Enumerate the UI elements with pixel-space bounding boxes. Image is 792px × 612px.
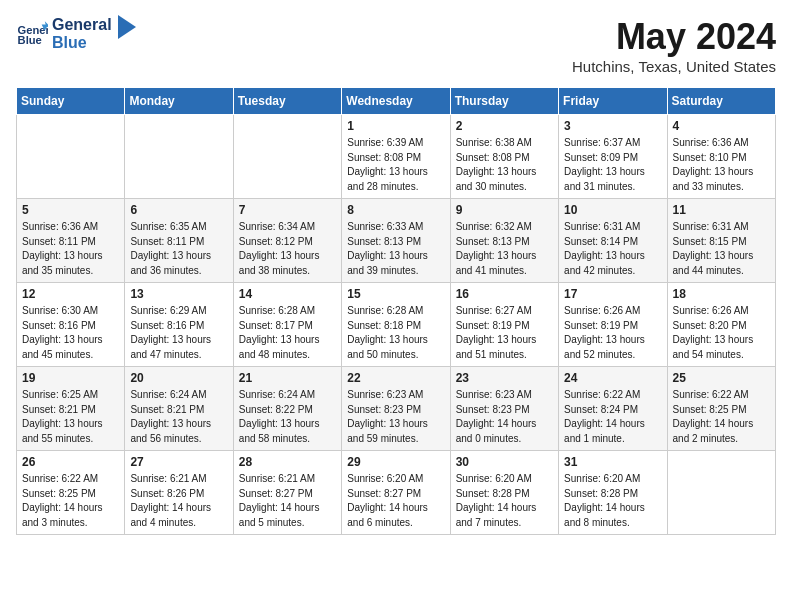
- day-info: Sunrise: 6:22 AM Sunset: 8:25 PM Dayligh…: [673, 388, 770, 446]
- calendar-cell: 18Sunrise: 6:26 AM Sunset: 8:20 PM Dayli…: [667, 283, 775, 367]
- calendar-cell: 12Sunrise: 6:30 AM Sunset: 8:16 PM Dayli…: [17, 283, 125, 367]
- calendar-cell: 7Sunrise: 6:34 AM Sunset: 8:12 PM Daylig…: [233, 199, 341, 283]
- calendar-cell: 8Sunrise: 6:33 AM Sunset: 8:13 PM Daylig…: [342, 199, 450, 283]
- day-number: 14: [239, 287, 336, 301]
- day-number: 19: [22, 371, 119, 385]
- day-info: Sunrise: 6:20 AM Sunset: 8:28 PM Dayligh…: [456, 472, 553, 530]
- col-header-friday: Friday: [559, 88, 667, 115]
- calendar-cell: 23Sunrise: 6:23 AM Sunset: 8:23 PM Dayli…: [450, 367, 558, 451]
- day-info: Sunrise: 6:22 AM Sunset: 8:25 PM Dayligh…: [22, 472, 119, 530]
- day-number: 1: [347, 119, 444, 133]
- day-info: Sunrise: 6:39 AM Sunset: 8:08 PM Dayligh…: [347, 136, 444, 194]
- calendar-cell: 2Sunrise: 6:38 AM Sunset: 8:08 PM Daylig…: [450, 115, 558, 199]
- calendar-cell: 21Sunrise: 6:24 AM Sunset: 8:22 PM Dayli…: [233, 367, 341, 451]
- logo-icon: General Blue: [16, 18, 48, 50]
- calendar-cell: 13Sunrise: 6:29 AM Sunset: 8:16 PM Dayli…: [125, 283, 233, 367]
- day-info: Sunrise: 6:26 AM Sunset: 8:19 PM Dayligh…: [564, 304, 661, 362]
- day-info: Sunrise: 6:30 AM Sunset: 8:16 PM Dayligh…: [22, 304, 119, 362]
- day-number: 10: [564, 203, 661, 217]
- calendar-cell: 6Sunrise: 6:35 AM Sunset: 8:11 PM Daylig…: [125, 199, 233, 283]
- day-number: 12: [22, 287, 119, 301]
- logo-blue: Blue: [52, 34, 112, 52]
- day-number: 23: [456, 371, 553, 385]
- day-info: Sunrise: 6:36 AM Sunset: 8:10 PM Dayligh…: [673, 136, 770, 194]
- logo-general: General: [52, 16, 112, 34]
- calendar-cell: 5Sunrise: 6:36 AM Sunset: 8:11 PM Daylig…: [17, 199, 125, 283]
- day-number: 11: [673, 203, 770, 217]
- calendar-cell: 14Sunrise: 6:28 AM Sunset: 8:17 PM Dayli…: [233, 283, 341, 367]
- day-number: 3: [564, 119, 661, 133]
- location-title: Hutchins, Texas, United States: [572, 58, 776, 75]
- calendar-cell: 26Sunrise: 6:22 AM Sunset: 8:25 PM Dayli…: [17, 451, 125, 535]
- day-number: 13: [130, 287, 227, 301]
- day-info: Sunrise: 6:29 AM Sunset: 8:16 PM Dayligh…: [130, 304, 227, 362]
- month-title: May 2024: [572, 16, 776, 58]
- day-info: Sunrise: 6:38 AM Sunset: 8:08 PM Dayligh…: [456, 136, 553, 194]
- col-header-monday: Monday: [125, 88, 233, 115]
- day-number: 6: [130, 203, 227, 217]
- calendar-cell: 11Sunrise: 6:31 AM Sunset: 8:15 PM Dayli…: [667, 199, 775, 283]
- calendar-cell: 22Sunrise: 6:23 AM Sunset: 8:23 PM Dayli…: [342, 367, 450, 451]
- day-number: 22: [347, 371, 444, 385]
- day-number: 16: [456, 287, 553, 301]
- day-number: 17: [564, 287, 661, 301]
- calendar-cell: 4Sunrise: 6:36 AM Sunset: 8:10 PM Daylig…: [667, 115, 775, 199]
- day-info: Sunrise: 6:24 AM Sunset: 8:21 PM Dayligh…: [130, 388, 227, 446]
- day-info: Sunrise: 6:37 AM Sunset: 8:09 PM Dayligh…: [564, 136, 661, 194]
- day-info: Sunrise: 6:25 AM Sunset: 8:21 PM Dayligh…: [22, 388, 119, 446]
- day-number: 5: [22, 203, 119, 217]
- week-row-4: 19Sunrise: 6:25 AM Sunset: 8:21 PM Dayli…: [17, 367, 776, 451]
- day-info: Sunrise: 6:21 AM Sunset: 8:26 PM Dayligh…: [130, 472, 227, 530]
- logo: General Blue General Blue: [16, 16, 136, 53]
- calendar-cell: [667, 451, 775, 535]
- day-number: 31: [564, 455, 661, 469]
- calendar-cell: 25Sunrise: 6:22 AM Sunset: 8:25 PM Dayli…: [667, 367, 775, 451]
- day-number: 7: [239, 203, 336, 217]
- calendar-cell: [233, 115, 341, 199]
- col-header-tuesday: Tuesday: [233, 88, 341, 115]
- logo-arrow-icon: [118, 15, 136, 45]
- calendar-cell: 31Sunrise: 6:20 AM Sunset: 8:28 PM Dayli…: [559, 451, 667, 535]
- day-number: 27: [130, 455, 227, 469]
- page-header: General Blue General Blue May 2024 Hutch…: [16, 16, 776, 75]
- day-info: Sunrise: 6:20 AM Sunset: 8:27 PM Dayligh…: [347, 472, 444, 530]
- calendar-cell: 1Sunrise: 6:39 AM Sunset: 8:08 PM Daylig…: [342, 115, 450, 199]
- calendar-cell: 10Sunrise: 6:31 AM Sunset: 8:14 PM Dayli…: [559, 199, 667, 283]
- day-number: 21: [239, 371, 336, 385]
- day-info: Sunrise: 6:33 AM Sunset: 8:13 PM Dayligh…: [347, 220, 444, 278]
- day-info: Sunrise: 6:21 AM Sunset: 8:27 PM Dayligh…: [239, 472, 336, 530]
- col-header-sunday: Sunday: [17, 88, 125, 115]
- day-number: 18: [673, 287, 770, 301]
- day-info: Sunrise: 6:23 AM Sunset: 8:23 PM Dayligh…: [456, 388, 553, 446]
- day-info: Sunrise: 6:27 AM Sunset: 8:19 PM Dayligh…: [456, 304, 553, 362]
- col-header-thursday: Thursday: [450, 88, 558, 115]
- calendar-cell: [17, 115, 125, 199]
- day-info: Sunrise: 6:35 AM Sunset: 8:11 PM Dayligh…: [130, 220, 227, 278]
- col-header-saturday: Saturday: [667, 88, 775, 115]
- day-number: 29: [347, 455, 444, 469]
- day-number: 9: [456, 203, 553, 217]
- day-number: 8: [347, 203, 444, 217]
- day-info: Sunrise: 6:34 AM Sunset: 8:12 PM Dayligh…: [239, 220, 336, 278]
- day-info: Sunrise: 6:32 AM Sunset: 8:13 PM Dayligh…: [456, 220, 553, 278]
- day-info: Sunrise: 6:20 AM Sunset: 8:28 PM Dayligh…: [564, 472, 661, 530]
- calendar-cell: 28Sunrise: 6:21 AM Sunset: 8:27 PM Dayli…: [233, 451, 341, 535]
- day-number: 15: [347, 287, 444, 301]
- title-block: May 2024 Hutchins, Texas, United States: [572, 16, 776, 75]
- calendar-cell: [125, 115, 233, 199]
- week-row-1: 1Sunrise: 6:39 AM Sunset: 8:08 PM Daylig…: [17, 115, 776, 199]
- calendar-cell: 16Sunrise: 6:27 AM Sunset: 8:19 PM Dayli…: [450, 283, 558, 367]
- day-number: 30: [456, 455, 553, 469]
- calendar-cell: 19Sunrise: 6:25 AM Sunset: 8:21 PM Dayli…: [17, 367, 125, 451]
- day-info: Sunrise: 6:28 AM Sunset: 8:18 PM Dayligh…: [347, 304, 444, 362]
- svg-marker-4: [118, 15, 136, 39]
- calendar-cell: 27Sunrise: 6:21 AM Sunset: 8:26 PM Dayli…: [125, 451, 233, 535]
- calendar-cell: 30Sunrise: 6:20 AM Sunset: 8:28 PM Dayli…: [450, 451, 558, 535]
- day-number: 2: [456, 119, 553, 133]
- day-info: Sunrise: 6:31 AM Sunset: 8:15 PM Dayligh…: [673, 220, 770, 278]
- day-number: 24: [564, 371, 661, 385]
- day-number: 25: [673, 371, 770, 385]
- day-info: Sunrise: 6:26 AM Sunset: 8:20 PM Dayligh…: [673, 304, 770, 362]
- calendar-cell: 9Sunrise: 6:32 AM Sunset: 8:13 PM Daylig…: [450, 199, 558, 283]
- svg-text:Blue: Blue: [18, 35, 42, 47]
